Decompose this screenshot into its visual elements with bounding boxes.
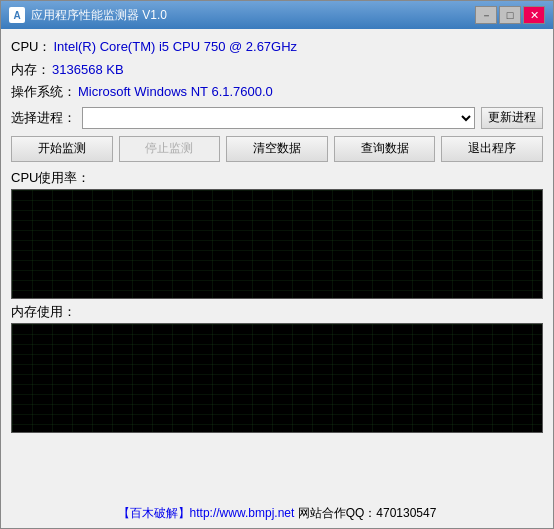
main-content: CPU： Intel(R) Core(TM) i5 CPU 750 @ 2.67… xyxy=(1,29,553,500)
memory-value: 3136568 KB xyxy=(52,60,124,80)
close-button[interactable]: ✕ xyxy=(523,6,545,24)
memory-info-row: 内存： 3136568 KB xyxy=(11,60,543,80)
svg-rect-1 xyxy=(12,324,542,432)
cpu-chart-section: CPU使用率： xyxy=(11,169,543,299)
action-buttons-row: 开始监测 停止监测 清空数据 查询数据 退出程序 xyxy=(11,136,543,162)
os-value: Microsoft Windows NT 6.1.7600.0 xyxy=(78,82,273,102)
process-dropdown[interactable] xyxy=(82,107,475,129)
stop-monitor-button[interactable]: 停止监测 xyxy=(119,136,221,162)
clear-data-button[interactable]: 清空数据 xyxy=(226,136,328,162)
mem-chart xyxy=(11,323,543,433)
cpu-grid-svg xyxy=(12,190,542,298)
maximize-button[interactable]: □ xyxy=(499,6,521,24)
footer-suffix: 网站合作QQ：470130547 xyxy=(294,506,436,520)
memory-label: 内存： xyxy=(11,60,50,80)
refresh-button[interactable]: 更新进程 xyxy=(481,107,543,129)
process-select-row: 选择进程： 更新进程 xyxy=(11,107,543,129)
footer-link[interactable]: http://www.bmpj.net xyxy=(190,506,295,520)
os-info-row: 操作系统： Microsoft Windows NT 6.1.7600.0 xyxy=(11,82,543,102)
cpu-info-row: CPU： Intel(R) Core(TM) i5 CPU 750 @ 2.67… xyxy=(11,37,543,57)
footer-prefix: 【百木破解】 xyxy=(118,506,190,520)
exit-button[interactable]: 退出程序 xyxy=(441,136,543,162)
cpu-label: CPU： xyxy=(11,37,51,57)
minimize-button[interactable]: － xyxy=(475,6,497,24)
cpu-chart xyxy=(11,189,543,299)
query-data-button[interactable]: 查询数据 xyxy=(334,136,436,162)
window-controls: － □ ✕ xyxy=(475,6,545,24)
window-title: 应用程序性能监测器 V1.0 xyxy=(31,7,475,24)
svg-rect-0 xyxy=(12,190,542,298)
app-window: A 应用程序性能监测器 V1.0 － □ ✕ CPU： Intel(R) Cor… xyxy=(0,0,554,529)
title-bar: A 应用程序性能监测器 V1.0 － □ ✕ xyxy=(1,1,553,29)
os-label: 操作系统： xyxy=(11,82,76,102)
footer: 【百木破解】http://www.bmpj.net 网站合作QQ：4701305… xyxy=(1,500,553,528)
mem-chart-label: 内存使用： xyxy=(11,303,543,321)
mem-grid-svg xyxy=(12,324,542,432)
cpu-value: Intel(R) Core(TM) i5 CPU 750 @ 2.67GHz xyxy=(53,37,297,57)
monitor-section: CPU使用率： 内存使用： xyxy=(11,169,543,493)
start-monitor-button[interactable]: 开始监测 xyxy=(11,136,113,162)
mem-chart-section: 内存使用： xyxy=(11,303,543,433)
process-label: 选择进程： xyxy=(11,109,76,127)
cpu-chart-label: CPU使用率： xyxy=(11,169,543,187)
app-icon: A xyxy=(9,7,25,23)
